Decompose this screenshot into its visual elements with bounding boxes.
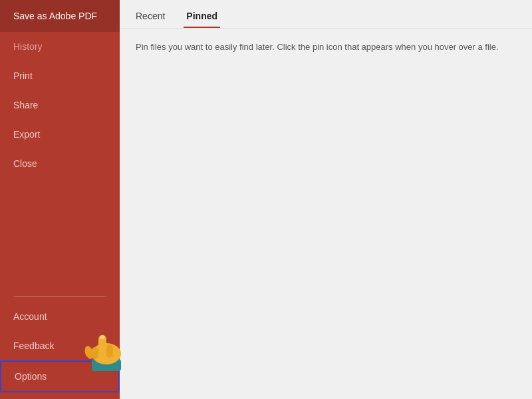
sidebar-top: Save as Adobe PDF History Print Share Ex… — [0, 0, 120, 291]
pinned-message: Pin files you want to easily find later.… — [120, 29, 532, 399]
sidebar-item-save-as-pdf[interactable]: Save as Adobe PDF — [0, 0, 120, 32]
tab-pinned[interactable]: Pinned — [184, 7, 220, 28]
sidebar-bottom: Account Feedback Options — [0, 302, 120, 399]
sidebar-item-account[interactable]: Account — [0, 302, 120, 331]
sidebar-item-options[interactable]: Options — [0, 360, 120, 392]
main-content-area: Recent Pinned Pin files you want to easi… — [120, 0, 532, 399]
tab-recent[interactable]: Recent — [133, 7, 168, 28]
sidebar-item-history[interactable]: History — [0, 32, 120, 61]
sidebar-item-share[interactable]: Share — [0, 90, 120, 120]
sidebar-item-close[interactable]: Close — [0, 149, 120, 178]
sidebar-item-export[interactable]: Export — [0, 120, 120, 149]
tabs-bar: Recent Pinned — [120, 0, 532, 28]
sidebar-item-print[interactable]: Print — [0, 61, 120, 90]
sidebar: Save as Adobe PDF History Print Share Ex… — [0, 0, 120, 399]
sidebar-divider — [13, 296, 106, 297]
sidebar-item-feedback[interactable]: Feedback — [0, 331, 120, 360]
